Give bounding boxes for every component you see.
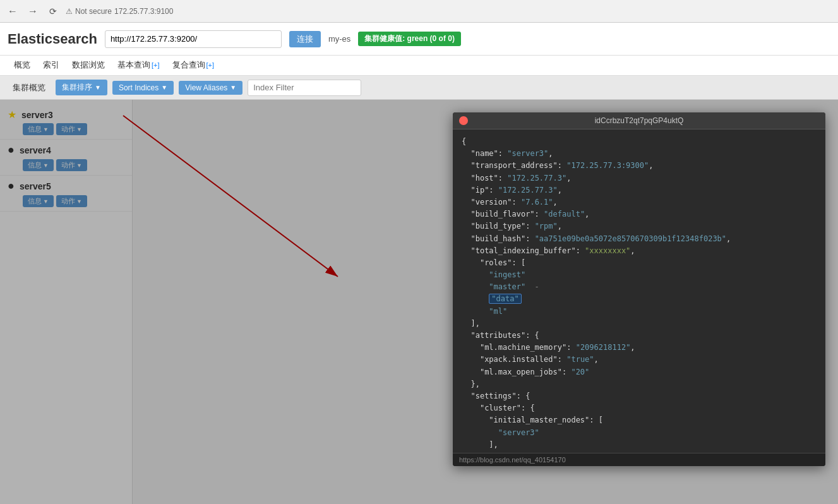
es-url-input[interactable] (105, 30, 282, 48)
toolbar: 集群概览 集群排序 ▼ Sort Indices ▼ View Aliases … (0, 76, 838, 100)
modal-title: idCcrbzuT2qt7pqGP4uktQ (468, 116, 810, 125)
sort-cluster-arrow-icon: ▼ (95, 84, 101, 91)
sort-indices-button[interactable]: Sort Indices ▼ (112, 81, 174, 95)
view-aliases-arrow-icon: ▼ (230, 84, 236, 91)
tab-compound-query[interactable]: 复合查询[+] (166, 56, 221, 76)
not-secure-indicator: ⚠ Not secure 172.25.77.3:9100 (66, 7, 173, 16)
modal-body[interactable]: { "name": "server3", "transport_address"… (453, 129, 825, 453)
nav-tabs: 概览 索引 数据浏览 基本查询[+] 复合查询[+] (0, 56, 838, 76)
modal-footer: https://blog.csdn.net/qq_40154170 (453, 453, 825, 466)
tab-overview[interactable]: 概览 (8, 56, 37, 76)
main-content: ★ server3 信息 ▼ 动作 ▼ ● server4 (0, 100, 838, 504)
cluster-overview-label: 集群概览 (8, 80, 51, 96)
tab-data-browse[interactable]: 数据浏览 (66, 56, 111, 76)
security-icon: ⚠ (66, 7, 73, 16)
browser-url: 172.25.77.3:9100 (114, 7, 173, 16)
sort-cluster-button[interactable]: 集群排序 ▼ (56, 80, 107, 95)
health-badge: 集群健康值: green (0 of 0) (358, 32, 461, 46)
browser-bar: ← → ⟳ ⚠ Not secure 172.25.77.3:9100 (0, 0, 838, 23)
modal-footer-url: https://blog.csdn.net/qq_40154170 (459, 456, 566, 464)
cluster-name: my-es (328, 34, 350, 44)
modal-header: × idCcrbzuT2qt7pqGP4uktQ (453, 112, 825, 129)
sort-indices-arrow-icon: ▼ (161, 84, 167, 91)
tab-indices[interactable]: 索引 (37, 56, 66, 76)
connect-button[interactable]: 连接 (289, 31, 321, 47)
reload-btn[interactable]: ⟳ (45, 4, 61, 19)
json-modal: × idCcrbzuT2qt7pqGP4uktQ { "name": "serv… (453, 112, 825, 466)
back-btn[interactable]: ← (5, 4, 20, 19)
not-secure-label: Not secure (75, 7, 112, 16)
app-title: Elasticsearch (8, 31, 97, 47)
json-content: { "name": "server3", "transport_address"… (462, 136, 817, 453)
view-aliases-button[interactable]: View Aliases ▼ (179, 81, 242, 95)
tab-basic-query[interactable]: 基本查询[+] (111, 56, 166, 76)
app-header: Elasticsearch 连接 my-es 集群健康值: green (0 o… (0, 23, 838, 56)
modal-overlay: × idCcrbzuT2qt7pqGP4uktQ { "name": "serv… (0, 100, 838, 504)
modal-close-button[interactable]: × (459, 116, 468, 125)
forward-btn[interactable]: → (25, 4, 40, 19)
index-filter-input[interactable] (248, 80, 361, 96)
